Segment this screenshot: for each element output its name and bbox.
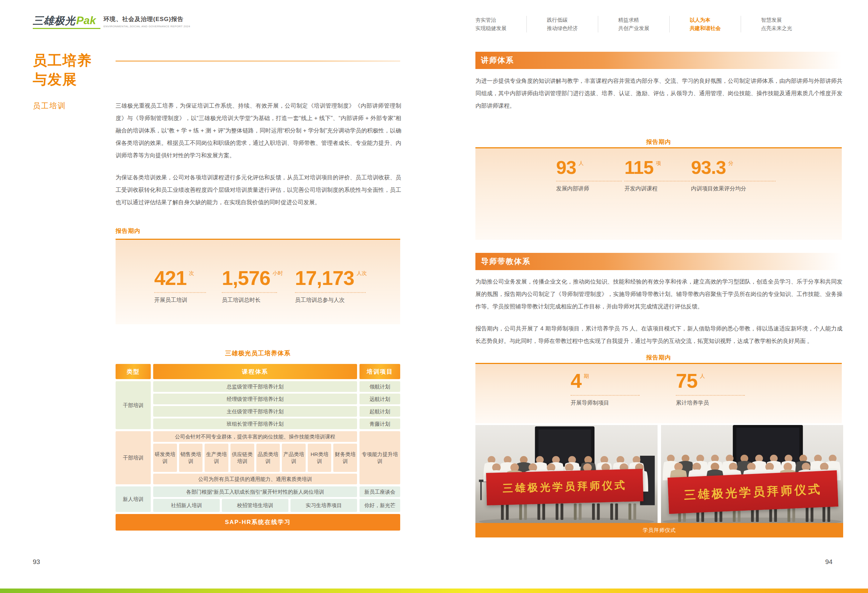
project-cell: 起航计划 <box>359 406 400 417</box>
stat-divider <box>624 181 690 181</box>
paragraph: 三雄极光重视员工培养，为保证培训工作系统、持续、有效开展，公司制定《培训管理制度… <box>115 99 401 161</box>
stat-item: 4期 开展导师制项目 <box>571 371 640 407</box>
section-label-training: 员工培训 <box>33 101 66 111</box>
photo-row: 三雄极光学员拜师仪式 <box>475 425 843 523</box>
stat-label: 发展内部讲师 <box>556 185 621 192</box>
course-cell: 各部门根据“新员工入职成长指引”展开针对性的新人岗位培训 <box>153 487 357 497</box>
stat-divider <box>676 395 745 396</box>
project-cell: 领航计划 <box>359 381 400 392</box>
course-cell: 班组长管理干部培养计划 <box>153 419 357 429</box>
stat-value: 4 <box>571 371 581 391</box>
period-label: 报告期内 <box>475 138 842 146</box>
table-title: 三雄极光员工培养体系 <box>115 349 400 357</box>
brand-logo: 三雄极光Pak <box>33 14 96 28</box>
stat-label: 员工培训总参与人次 <box>295 296 367 304</box>
stat-divider <box>295 292 366 293</box>
stat-label: 内训项目效果评分均分 <box>691 185 775 192</box>
type-cell: 干部培训 <box>115 381 151 429</box>
period-label: 报告期内 <box>115 227 140 235</box>
nav-item-excellence: 精益求精 共创产业发展 <box>618 16 670 32</box>
col-header-course: 课程体系 <box>153 364 357 379</box>
stat-value: 93.3 <box>691 158 726 177</box>
course-cell: 校招管培生培训 <box>222 499 288 512</box>
lecturer-paragraph: 为进一步提供专业角度的知识讲解与教学，丰富课程内容并营造内部分享、交流、学习的良… <box>475 75 843 112</box>
brand-suffix: Pak <box>76 14 96 27</box>
stat-divider <box>222 292 277 293</box>
paragraph: 为保证各类培训效果，公司对各项培训课程进行多元化评估和反馈，从员工对培训项目的评… <box>115 171 401 208</box>
ceremony-banner: 三雄极光学员拜师仪式 <box>667 470 838 514</box>
stat-unit: 分 <box>728 160 734 167</box>
esg-report-spread: 三雄极光Pak 环境、社会及治理(ESG)报告 ENVIRONMENTAL,SO… <box>0 0 868 593</box>
photo-caption: 学员拜师仪式 <box>475 523 843 537</box>
lecturer-stats-box: 93人 发展内部讲师 115项 开发内训课程 93.3分 内训项目效果评分均分 <box>475 148 842 240</box>
group-photo-1: 三雄极光学员拜师仪式 <box>475 425 658 523</box>
stat-label: 累计培养学员 <box>676 400 745 407</box>
page-number-right: 94 <box>825 558 833 566</box>
stat-label: 开展员工培训 <box>154 296 206 304</box>
project-cell: 你好，新光芒 <box>359 499 400 512</box>
paragraph: 报告期内，公司共开展了 4 期导师制项目，累计培养学员 75 人。在该项目模式下… <box>475 322 843 347</box>
stat-item: 421次 开展员工培训 <box>154 268 206 304</box>
stat-value: 1,576 <box>222 268 270 288</box>
stat-unit: 项 <box>656 160 661 167</box>
nav-item-governance: 夯实管治 实现稳健发展 <box>475 16 527 32</box>
stat-label: 员工培训总时长 <box>222 296 283 304</box>
stat-divider <box>556 181 621 181</box>
course-cell: 生产类培训 <box>205 444 228 472</box>
page-number-left: 93 <box>33 558 40 566</box>
stat-value: 75 <box>676 371 698 391</box>
brand-underline <box>33 28 100 29</box>
table-group-newcomer: 新人培训 各部门根据“新员工入职成长指引”展开针对性的新人岗位培训 社招新人培训… <box>115 487 400 512</box>
stat-unit: 人 <box>579 160 584 167</box>
course-subcells: 社招新人培训 校招管培生培训 实习生培养项目 <box>153 499 357 512</box>
course-cell: 公司会针对不同专业群体，提供丰富的岗位技能、操作技能类培训课程 <box>153 431 357 442</box>
table-group-cadre: 干部培训 总监级管理干部培养计划 经理级管理干部培养计划 主任级管理干部培养计划… <box>115 381 400 429</box>
stat-unit: 期 <box>584 373 589 379</box>
nav-item-low-carbon: 践行低碳 推动绿色经济 <box>547 16 598 32</box>
stat-item: 1,576小时 员工培训总时长 <box>222 268 283 304</box>
course-cell: 研发类培训 <box>153 444 177 472</box>
report-subtitle: ENVIRONMENTAL,SOCIAL AND GOVERNANCE REPO… <box>103 25 190 28</box>
nav-item-smart-development: 智慧发展 点亮未来之光 <box>761 16 792 32</box>
stat-item: 115项 开发内训课程 <box>624 158 690 192</box>
stat-label: 开发内训课程 <box>624 185 690 192</box>
report-title-block: 环境、社会及治理(ESG)报告 ENVIRONMENTAL,SOCIAL AND… <box>103 15 190 28</box>
course-cell: 社招新人培训 <box>153 499 220 512</box>
course-cell: 实习生培养项目 <box>291 499 357 512</box>
training-system-table: 类型 课程体系 培训项目 干部培训 总监级管理干部培养计划 经理级管理干部培养计… <box>115 364 400 531</box>
course-cell: 公司为所有员工提供的通用能力、通用素质类培训 <box>153 474 357 484</box>
col-header-type: 类型 <box>115 364 151 379</box>
chapter-title: 员工培养 与发展 <box>33 51 92 89</box>
title-rule <box>115 61 400 61</box>
course-cell: 主任级管理干部培养计划 <box>153 406 357 417</box>
course-cell: 品质类培训 <box>256 444 280 472</box>
stat-divider <box>691 181 775 181</box>
section-bar-lecturer: 讲师体系 <box>475 52 842 69</box>
section-bar-mentor: 导师带教体系 <box>475 253 842 270</box>
project-cell: 青藤计划 <box>359 419 400 429</box>
chapter-nav: 夯实管治 实现稳健发展 践行低碳 推动绿色经济 精益求精 共创产业发展 以人为本… <box>475 16 792 32</box>
stat-value: 17,173 <box>295 268 354 288</box>
type-cell: 新人培训 <box>115 487 151 512</box>
group-photo-2: 三雄极光学员拜师仪式 <box>661 425 843 523</box>
stat-item: 17,173人次 员工培训总参与人次 <box>295 268 367 304</box>
stat-item: 93.3分 内训项目效果评分均分 <box>691 158 775 192</box>
stat-item: 93人 发展内部讲师 <box>556 158 621 192</box>
type-cell: 干部培训 <box>115 431 151 484</box>
stat-value: 93 <box>556 158 576 177</box>
col-header-project: 培训项目 <box>359 364 400 379</box>
course-cell: 供应链类培训 <box>230 444 254 472</box>
course-cell: 销售类培训 <box>179 444 203 472</box>
course-subcells: 研发类培训 销售类培训 生产类培训 供应链类培训 品质类培训 产品类培训 HR类… <box>153 444 357 472</box>
course-cell: 总监级管理干部培养计划 <box>153 381 357 392</box>
stat-divider <box>571 395 640 396</box>
paragraph: 为助推公司业务发展，传播企业文化，推动岗位知识、技能和经验的有效分享和传承，建立… <box>475 275 843 313</box>
brand-name: 三雄极光 <box>33 15 75 26</box>
course-cell: 经理级管理干部培养计划 <box>153 394 357 404</box>
mentor-paragraphs: 为助推公司业务发展，传播企业文化，推动岗位知识、技能和经验的有效分享和传承，建立… <box>475 275 843 347</box>
mentor-photo-block: 三雄极光学员拜师仪式 <box>475 425 843 537</box>
stat-unit: 次 <box>189 270 194 277</box>
project-cell: 专项能力提升培训 <box>359 431 400 484</box>
stat-label: 开展导师制项目 <box>571 400 640 407</box>
mentor-stats-box: 4期 开展导师制项目 75人 累计培养学员 <box>475 364 842 423</box>
